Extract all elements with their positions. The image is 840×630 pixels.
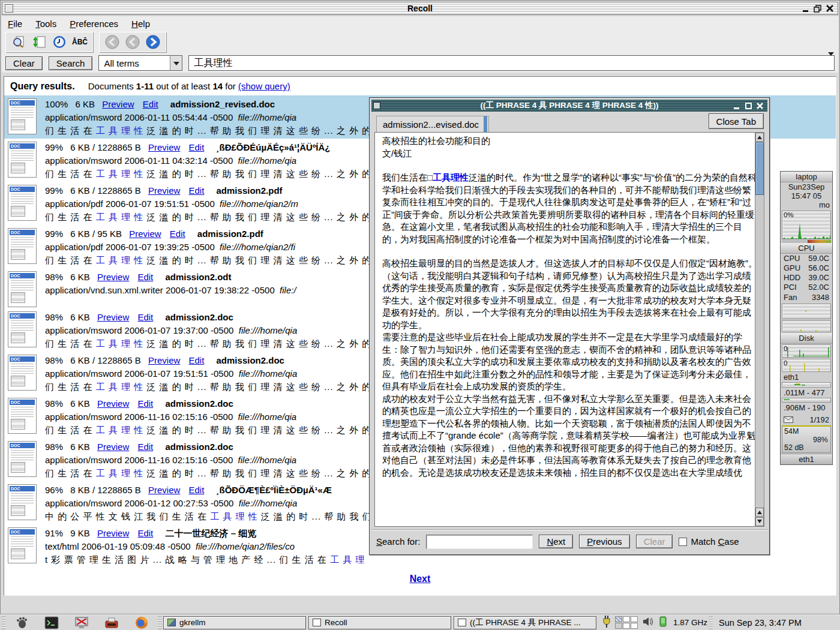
sort-parameters-icon[interactable] <box>30 34 48 50</box>
scroll-up-icon[interactable] <box>755 133 764 142</box>
show-query-link[interactable]: (show query) <box>238 81 290 91</box>
edit-link[interactable]: Edit <box>137 442 153 452</box>
search-button[interactable]: Search <box>49 56 93 70</box>
preview-link[interactable]: Preview <box>148 355 180 365</box>
gkrellm-footer[interactable]: eth1 <box>781 454 832 464</box>
clear-button[interactable]: Clear <box>5 56 43 70</box>
match-case-option[interactable]: Match Case <box>679 536 739 547</box>
fan-chart-2[interactable] <box>782 320 831 332</box>
preview-link[interactable]: Preview <box>148 185 180 196</box>
disk-section-label[interactable]: Disk <box>781 333 832 344</box>
preview-link[interactable]: Preview <box>97 442 129 452</box>
preview-link[interactable]: Preview <box>97 528 129 538</box>
mail-monitor[interactable]: 1/192 <box>781 415 832 425</box>
preview-tab[interactable]: admission2...evised.doc <box>376 116 489 132</box>
search-input[interactable] <box>189 58 828 68</box>
edit-link[interactable]: Edit <box>137 398 153 409</box>
edit-link[interactable]: Edit <box>189 142 205 152</box>
panel-handle[interactable] <box>1 616 5 629</box>
edit-link[interactable]: Edit <box>189 185 205 196</box>
terminal-icon[interactable] <box>43 616 61 630</box>
taskbar-task-button[interactable]: ((工 PHRASE 4 具 PHRASE ... <box>454 616 596 629</box>
cpu-chart[interactable]: 0% <box>782 211 831 239</box>
gnome-foot-icon[interactable] <box>13 616 31 630</box>
preview-link[interactable]: Preview <box>97 312 129 322</box>
search-bar: Clear Search All terms <box>2 53 838 73</box>
net-tx-chart[interactable] <box>782 398 831 403</box>
power-plug-icon[interactable] <box>602 616 611 630</box>
next-page-link[interactable]: Next <box>410 574 431 584</box>
edit-link[interactable]: Edit <box>143 99 158 109</box>
edit-link[interactable]: Edit <box>137 272 153 282</box>
menu-item[interactable]: File <box>8 19 22 29</box>
nav-forward-icon[interactable] <box>144 34 162 50</box>
edit-link[interactable]: Edit <box>189 485 205 495</box>
menu-item[interactable]: Tools <box>35 19 56 29</box>
workspace-switcher[interactable] <box>615 616 638 629</box>
memory-monitor[interactable]: 54M 98% 52 dB <box>782 425 831 453</box>
nav-first-icon[interactable] <box>103 34 121 50</box>
preview-link[interactable]: Preview <box>129 229 161 239</box>
panel-handle[interactable] <box>709 616 713 629</box>
chevron-down-icon[interactable] <box>170 56 182 70</box>
gkrellm-panel: laptop Sun23Sep 15:47 05 mo 0% CPU CPU59… <box>780 171 833 465</box>
find-input[interactable] <box>426 535 533 549</box>
doc-file-icon: DOC <box>8 271 37 307</box>
edit-link[interactable]: Edit <box>189 355 205 365</box>
volume-icon[interactable] <box>642 616 654 629</box>
find-clear-button[interactable]: Clear <box>636 535 673 548</box>
edit-link[interactable]: Edit <box>137 528 153 538</box>
query-history-dropdown-icon[interactable] <box>828 56 834 70</box>
search-mode-select[interactable]: All terms <box>98 55 182 71</box>
preview-link[interactable]: Preview <box>148 142 180 152</box>
close-icon[interactable] <box>826 4 834 13</box>
cpu-section-label[interactable]: CPU <box>781 243 832 254</box>
find-next-button[interactable]: Next <box>539 535 573 548</box>
scroll-up-icon[interactable] <box>755 508 764 517</box>
cpu-frequency-label[interactable]: 1.87 GHz <box>673 618 707 627</box>
preview-text[interactable]: 高校招生的社会功能和目的 文/钱江 我们生活在□工具理性泛滥的时代。作为“世之显… <box>374 132 764 527</box>
taskbar-clock[interactable]: Sun Sep 23, 3:47 PM <box>719 618 802 628</box>
preview-link[interactable]: Preview <box>102 99 134 109</box>
recoll-titlebar[interactable]: Recoll <box>2 2 838 15</box>
maximize-icon[interactable] <box>814 4 822 13</box>
taskbar-task-button[interactable]: gkrellm <box>163 616 306 629</box>
minimize-icon[interactable] <box>733 102 741 110</box>
gkrellm-hostname[interactable]: laptop <box>781 172 832 182</box>
fan-chart[interactable] <box>782 304 831 319</box>
typewriter-icon[interactable] <box>103 616 121 630</box>
term-explorer-icon[interactable]: ÅBĈ <box>71 34 89 50</box>
document-history-icon[interactable] <box>50 34 68 50</box>
close-tab-button[interactable]: Close Tab <box>709 113 764 129</box>
result-url: file:///home/qia <box>239 368 298 379</box>
monitor-x-icon[interactable] <box>73 616 91 630</box>
nav-back-icon[interactable] <box>124 34 142 50</box>
maximize-icon[interactable] <box>745 102 752 110</box>
net-rx-chart[interactable] <box>782 382 831 388</box>
doc-file-icon: DOC <box>8 98 37 134</box>
menu-item[interactable]: Help <box>131 19 150 29</box>
scroll-down-icon[interactable] <box>755 517 764 526</box>
disk-read-chart[interactable]: 0 <box>782 344 831 358</box>
taskbar-task-button[interactable]: Recoll <box>308 616 451 629</box>
preview-titlebar[interactable]: ((工 PHRASE 4 具 PHRASE 4 理 PHRASE 4 性)) <box>371 100 767 112</box>
scrollbar-thumb[interactable] <box>755 142 764 195</box>
firefox-icon[interactable] <box>133 616 151 630</box>
close-icon[interactable] <box>756 102 764 110</box>
preview-link[interactable]: Preview <box>97 272 129 282</box>
match-case-checkbox[interactable] <box>679 538 687 546</box>
panel-handle[interactable] <box>158 616 162 629</box>
cpu-frequency-icon[interactable] <box>658 616 668 630</box>
preview-scrollbar[interactable] <box>755 132 764 527</box>
preview-link[interactable]: Preview <box>148 485 180 495</box>
minimize-icon[interactable] <box>802 4 810 13</box>
result-title: 二十一世纪经济 – 细览 <box>165 528 256 538</box>
advanced-search-icon[interactable] <box>10 34 28 50</box>
edit-link[interactable]: Edit <box>137 312 153 322</box>
disk-write-chart[interactable]: 0 <box>782 359 831 372</box>
find-previous-button[interactable]: Previous <box>579 535 629 548</box>
menu-item[interactable]: Preferences <box>70 19 118 29</box>
preview-link[interactable]: Preview <box>97 398 129 409</box>
toolbar: ÅBĈ <box>2 31 838 53</box>
edit-link[interactable]: Edit <box>170 229 185 239</box>
